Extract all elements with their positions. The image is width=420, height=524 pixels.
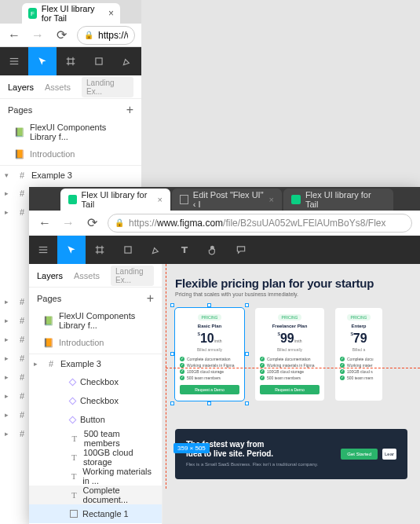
add-page-icon[interactable]: +	[126, 103, 133, 117]
pricing-card-freelancer[interactable]: PRICING Freelancer Plan $99/mth Billed a…	[255, 308, 324, 401]
chevron-right-icon[interactable]: ▸	[5, 189, 13, 197]
browser-tab[interactable]: Edit Post "Flex UI" ‹ I ×	[172, 189, 282, 211]
chevron-right-icon[interactable]: ▸	[5, 373, 13, 381]
browser-toolbar: ← → ⟳ 🔒 https://w	[0, 24, 141, 47]
browser-tabbar: Flex UI library for Tail × Edit Post "Fl…	[29, 187, 420, 211]
frame-tool-button[interactable]	[86, 236, 114, 264]
frame-icon	[17, 335, 27, 344]
back-icon[interactable]: ←	[37, 215, 53, 231]
layer-frame-section[interactable]: ▾ Example 3	[0, 165, 141, 184]
comment-tool-button[interactable]	[227, 236, 255, 264]
page-item[interactable]: 📙Introduction	[29, 332, 162, 354]
layer-row[interactable]: Checkbox	[29, 391, 162, 410]
text-layer-icon	[70, 434, 79, 443]
layer-row[interactable]: Complete document...	[29, 486, 162, 504]
pricing-card-enterprise[interactable]: PRICING Enterp $79 Billed a Complete doc…	[335, 308, 382, 401]
move-tool-button[interactable]	[28, 47, 57, 75]
get-started-button[interactable]: Get Started	[341, 449, 378, 460]
chevron-right-icon[interactable]: ▸	[5, 335, 13, 343]
file-chip[interactable]: Landing Ex...	[82, 77, 133, 97]
chevron-right-icon[interactable]: ▸	[5, 411, 13, 419]
file-chip[interactable]: Landing Ex...	[111, 266, 154, 286]
close-tab-icon[interactable]: ×	[108, 8, 114, 19]
selection-dimensions-label: 359 × 505	[173, 443, 210, 453]
frame-icon	[17, 297, 27, 306]
figma-menu-button[interactable]	[29, 236, 57, 264]
pricing-cards: PRICING Basic Plan $10/mth Billed annual…	[175, 308, 411, 401]
plan-tag: PRICING	[198, 314, 222, 321]
chevron-right-icon[interactable]: ▸	[5, 208, 13, 216]
figma-toolbar	[0, 47, 141, 75]
frame-icon	[17, 429, 27, 438]
add-page-icon[interactable]: +	[147, 291, 154, 306]
chevron-right-icon[interactable]: ▸	[5, 392, 13, 400]
page-emoji-icon: 📙	[43, 338, 54, 348]
browser-tabbar: F Flex UI library for Tail ×	[0, 0, 141, 24]
assets-tab[interactable]: Assets	[45, 82, 71, 92]
hand-tool-button[interactable]	[199, 236, 227, 264]
shape-tool-button[interactable]	[114, 236, 142, 264]
dark-cta-section[interactable]: The fastest way from idea to live site. …	[175, 429, 407, 479]
assets-tab[interactable]: Assets	[74, 271, 100, 280]
tab-title: Flex UI library for Tail	[305, 190, 385, 209]
layer-row[interactable]: 100GB cloud storage	[29, 448, 162, 467]
move-tool-button[interactable]	[57, 236, 86, 264]
page-item[interactable]: 📙Introduction	[0, 143, 141, 165]
pricing-card-basic[interactable]: PRICING Basic Plan $10/mth Billed annual…	[175, 308, 244, 401]
figma-toolbar	[29, 236, 420, 264]
layers-tab[interactable]: Layers	[37, 271, 63, 280]
browser-tab[interactable]: Flex UI library for Tail	[283, 189, 393, 211]
close-tab-icon[interactable]: ×	[158, 195, 163, 204]
chevron-right-icon[interactable]: ▸	[5, 298, 13, 306]
learn-button[interactable]: Lear	[382, 449, 396, 460]
check-icon	[260, 357, 265, 361]
plan-feature: Complete documentation	[180, 357, 239, 361]
plan-cta-button[interactable]: Request a Demo	[180, 385, 239, 394]
figma-icon	[68, 195, 77, 204]
text-tool-button[interactable]	[170, 236, 199, 264]
reload-icon[interactable]: ⟳	[53, 27, 69, 43]
layer-row[interactable]: Working materials in ...	[29, 467, 162, 486]
browser-tab-active[interactable]: Flex UI library for Tail ×	[60, 189, 170, 211]
page-emoji-icon: 📗	[14, 127, 25, 137]
plan-billed: Billed annually	[260, 347, 320, 352]
chevron-right-icon[interactable]: ▸	[5, 430, 13, 438]
component-icon	[69, 378, 77, 386]
chevron-right-icon[interactable]: ▸	[5, 317, 13, 324]
layers-tab[interactable]: Layers	[8, 82, 34, 92]
pen-tool-button[interactable]	[142, 236, 170, 264]
page-item[interactable]: 📗FlexUI Components Library f...	[29, 310, 162, 332]
browser-tab[interactable]: F Flex UI library for Tail ×	[22, 3, 120, 24]
plan-price: $10/mth	[180, 332, 239, 346]
frame-icon	[17, 410, 27, 420]
close-tab-icon[interactable]: ×	[269, 195, 274, 204]
shape-tool-button[interactable]	[85, 47, 113, 75]
reload-icon[interactable]: ⟳	[84, 215, 100, 231]
layer-row[interactable]: 500 team members	[29, 429, 162, 448]
svg-rect-6	[39, 252, 48, 253]
frame-tool-button[interactable]	[57, 47, 85, 75]
figma-menu-button[interactable]	[0, 47, 28, 75]
layer-row-selected[interactable]: Rectangle 1	[29, 504, 162, 523]
page-item[interactable]: 📗FlexUI Components Library f...	[0, 121, 141, 143]
pen-tool-button[interactable]	[113, 47, 141, 75]
forward-icon: →	[60, 215, 76, 231]
back-icon[interactable]: ←	[6, 27, 22, 43]
address-bar[interactable]: 🔒 https://w	[77, 26, 135, 45]
layer-row[interactable]: Button	[29, 410, 162, 429]
forward-icon: →	[30, 27, 46, 43]
tab-title: Flex UI library for Tail	[42, 4, 104, 23]
figma-left-panel: Layers Assets Landing Ex... Pages + 📗Fle…	[29, 264, 163, 524]
chevron-down-icon[interactable]: ▾	[5, 171, 13, 179]
check-icon	[180, 369, 184, 374]
plan-cta-button[interactable]: Request a Demo	[260, 385, 320, 394]
layer-row[interactable]: Checkbox	[29, 372, 162, 391]
chevron-right-icon[interactable]: ▸	[5, 354, 13, 362]
layer-frame-section[interactable]: ▸ Example 3	[29, 354, 162, 372]
page-emoji-icon: 📙	[14, 149, 25, 159]
pages-header: Pages +	[29, 288, 162, 310]
check-icon	[260, 369, 265, 374]
chevron-right-icon[interactable]: ▸	[34, 360, 42, 368]
address-bar[interactable]: 🔒 https://www.figma.com/file/B2suUA052wL…	[108, 214, 412, 233]
figma-canvas[interactable]: Flexible pricing plan for your startup P…	[163, 264, 420, 524]
